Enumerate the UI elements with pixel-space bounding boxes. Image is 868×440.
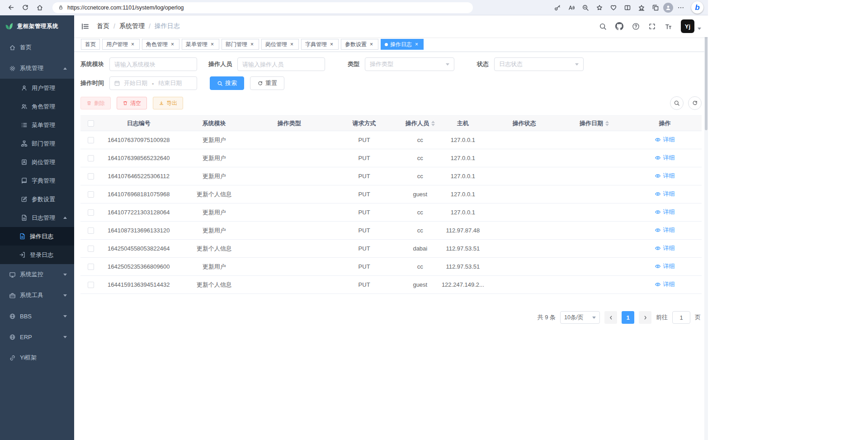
home-icon[interactable]: [33, 2, 46, 14]
col-oper-date[interactable]: 操作日期: [561, 116, 628, 131]
sidebar-item-system-tools[interactable]: 系统工具: [0, 285, 74, 306]
font-size-icon[interactable]: [665, 23, 672, 30]
row-checkbox[interactable]: [88, 246, 94, 252]
export-button[interactable]: 导出: [153, 97, 183, 109]
row-checkbox[interactable]: [88, 264, 94, 270]
sidebar-item-oper-log[interactable]: 操作日志: [0, 227, 74, 246]
github-icon[interactable]: [615, 22, 623, 30]
refresh-icon[interactable]: [688, 96, 702, 110]
browser-essentials-icon[interactable]: [607, 2, 620, 14]
detail-link[interactable]: 详细: [655, 190, 675, 198]
tab-home[interactable]: 首页: [81, 39, 100, 50]
tab-role-mgmt[interactable]: 角色管理: [142, 39, 179, 50]
close-icon[interactable]: [209, 42, 215, 47]
sidebar-item-bbs[interactable]: BBS: [0, 306, 74, 326]
select-all-header[interactable]: [80, 116, 101, 131]
clear-button[interactable]: 清空: [117, 97, 147, 109]
sidebar-item-yi-framework[interactable]: Yi框架: [0, 347, 74, 368]
close-icon[interactable]: [414, 42, 420, 47]
tab-dict-mgmt[interactable]: 字典管理: [301, 39, 339, 50]
tab-dept-mgmt[interactable]: 部门管理: [222, 39, 259, 50]
sidebar-item-menu-mgmt[interactable]: 菜单管理: [0, 116, 74, 134]
lock-icon[interactable]: [58, 5, 64, 10]
favorites-icon[interactable]: [635, 2, 648, 14]
module-input[interactable]: [109, 57, 197, 71]
sidebar-item-param-settings[interactable]: 参数设置: [0, 190, 74, 208]
row-checkbox[interactable]: [88, 137, 94, 143]
detail-link[interactable]: 详细: [655, 280, 675, 289]
sidebar-item-system-mgmt[interactable]: 系统管理: [0, 58, 74, 79]
goto-page-input[interactable]: [672, 311, 690, 324]
detail-link[interactable]: 详细: [655, 208, 675, 216]
tab-param-settings[interactable]: 参数设置: [341, 39, 378, 50]
tab-menu-mgmt[interactable]: 菜单管理: [182, 39, 219, 50]
breadcrumb-home[interactable]: 首页: [97, 22, 109, 30]
detail-link[interactable]: 详细: [655, 136, 675, 144]
fullscreen-icon[interactable]: [648, 23, 656, 30]
type-select[interactable]: 操作类型: [365, 57, 454, 71]
breadcrumb-system-mgmt[interactable]: 系统管理: [119, 22, 145, 30]
date-range-picker[interactable]: 开始日期 - 结束日期: [109, 76, 197, 90]
sidebar-item-log-mgmt[interactable]: 日志管理: [0, 208, 74, 227]
row-checkbox[interactable]: [88, 227, 94, 234]
back-icon[interactable]: [5, 2, 17, 14]
detail-link[interactable]: 详细: [655, 172, 675, 180]
delete-button[interactable]: 删除: [80, 97, 111, 109]
sidebar-item-post-mgmt[interactable]: 岗位管理: [0, 153, 74, 171]
sidebar-item-role-mgmt[interactable]: 角色管理: [0, 97, 74, 116]
page-size-select[interactable]: 10条/页: [560, 311, 600, 324]
sidebar-item-home[interactable]: 首页: [0, 37, 74, 58]
search-button[interactable]: 搜索: [210, 76, 244, 90]
close-icon[interactable]: [249, 42, 255, 47]
sort-icons[interactable]: [431, 121, 435, 126]
row-checkbox[interactable]: [88, 282, 94, 288]
detail-link[interactable]: 详细: [655, 226, 675, 234]
sidebar-item-user-mgmt[interactable]: 用户管理: [0, 79, 74, 97]
col-operator[interactable]: 操作人员: [402, 116, 438, 131]
prev-page-button[interactable]: [604, 311, 617, 324]
sort-icons[interactable]: [605, 121, 609, 126]
show-search-icon[interactable]: [670, 96, 684, 110]
status-select[interactable]: 日志状态: [494, 57, 584, 71]
read-aloud-icon[interactable]: [565, 2, 578, 14]
close-icon[interactable]: [170, 42, 175, 47]
user-avatar[interactable]: Yj: [681, 19, 694, 33]
reset-button[interactable]: 重置: [250, 76, 284, 90]
sidebar-item-dept-mgmt[interactable]: 部门管理: [0, 134, 74, 153]
next-page-button[interactable]: [639, 311, 651, 324]
zoom-out-icon[interactable]: [579, 2, 592, 14]
detail-link[interactable]: 详细: [655, 154, 675, 162]
bing-chat-icon[interactable]: [691, 1, 703, 14]
select-all-checkbox[interactable]: [88, 120, 94, 127]
address-bar[interactable]: https://ccnetcore.com:1101/system/log/op…: [52, 2, 473, 13]
detail-link[interactable]: 详细: [655, 262, 675, 270]
sidebar-item-dict-mgmt[interactable]: 字典管理: [0, 171, 74, 190]
close-icon[interactable]: [329, 42, 335, 47]
row-checkbox[interactable]: [88, 191, 94, 198]
sidebar-item-login-log[interactable]: 登录日志: [0, 246, 74, 264]
collections-icon[interactable]: [649, 2, 662, 14]
operator-input[interactable]: [237, 57, 325, 71]
close-icon[interactable]: [130, 42, 136, 47]
row-checkbox[interactable]: [88, 173, 94, 180]
page-number-button[interactable]: 1: [622, 311, 634, 324]
split-screen-icon[interactable]: [621, 2, 634, 14]
close-icon[interactable]: [368, 42, 374, 47]
key-icon[interactable]: [551, 2, 564, 14]
tab-oper-log[interactable]: 操作日志: [381, 39, 424, 50]
detail-link[interactable]: 详细: [655, 244, 675, 252]
more-options-icon[interactable]: [675, 2, 687, 14]
favorites-add-icon[interactable]: [593, 2, 606, 14]
search-icon[interactable]: [599, 23, 607, 30]
reload-icon[interactable]: [19, 2, 32, 14]
profile-avatar[interactable]: [663, 3, 673, 13]
sidebar-item-system-monitor[interactable]: 系统监控: [0, 264, 74, 285]
tab-user-mgmt[interactable]: 用户管理: [102, 39, 140, 50]
help-icon[interactable]: [632, 23, 640, 30]
sidebar-toggle-icon[interactable]: [81, 22, 90, 31]
sidebar-item-erp[interactable]: ERP: [0, 326, 74, 347]
row-checkbox[interactable]: [88, 209, 94, 216]
row-checkbox[interactable]: [88, 155, 94, 161]
close-icon[interactable]: [289, 42, 295, 47]
tab-post-mgmt[interactable]: 岗位管理: [261, 39, 299, 50]
